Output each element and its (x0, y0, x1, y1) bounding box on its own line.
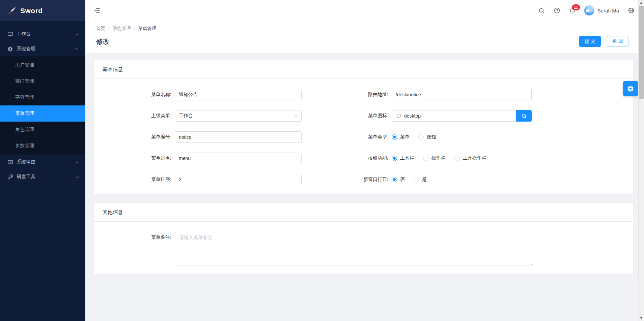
icon-search-button[interactable] (516, 110, 532, 122)
form-item-button-func: 按钮功能: 工具栏 操作栏 工具操作栏 (330, 153, 633, 164)
radio-icon (414, 177, 419, 182)
scroll-down-icon[interactable] (640, 317, 643, 319)
menu-remark-textarea[interactable] (175, 232, 533, 265)
sidebar-item-param-manage[interactable]: 参数管理 (0, 138, 85, 154)
menu-name-input[interactable] (175, 89, 302, 100)
sidebar-item-system-manage[interactable]: 系统管理 (0, 41, 85, 56)
notification-badge: 11 (572, 4, 580, 10)
route-path-input[interactable] (392, 89, 532, 100)
topbar: 11 Serati Ma (85, 0, 644, 21)
avatar (584, 5, 594, 15)
sidebar-item-label: 工作台 (17, 31, 76, 37)
bell-icon[interactable]: 11 (569, 7, 576, 14)
sidebar-item-workbench[interactable]: 工作台 (0, 27, 85, 41)
field-label: 按钮功能: (330, 155, 392, 161)
breadcrumb-separator: / (134, 26, 135, 31)
menu-icon-input[interactable] (392, 110, 516, 122)
gear-icon (627, 85, 634, 92)
field-label: 菜单编号: (94, 134, 175, 140)
submit-button[interactable]: 提 交 (579, 36, 601, 47)
submenu-item-label: 部门管理 (15, 78, 34, 84)
sidebar-item-dev-tools[interactable]: 研发工具 (0, 169, 85, 184)
user-name: Serati Ma (597, 8, 619, 13)
sidebar-item-label: 系统管理 (17, 46, 76, 52)
radio-new-window-yes[interactable]: 是 (414, 176, 427, 183)
radio-icon (392, 134, 397, 140)
desktop-icon (7, 31, 13, 37)
radio-menu-type-menu[interactable]: 菜单 (392, 134, 410, 140)
submenu-item-label: 用户管理 (15, 62, 34, 68)
scroll-up-icon[interactable] (640, 2, 643, 4)
field-label: 新窗口打开: (330, 176, 392, 183)
app-title: Sword (20, 7, 43, 15)
field-label: 菜单别名: (94, 155, 175, 161)
radio-icon (392, 156, 397, 161)
radio-new-window-no[interactable]: 否 (392, 176, 405, 183)
sidebar-item-dept-manage[interactable]: 部门管理 (0, 73, 85, 89)
form-item-route-path: 路由地址: (330, 89, 633, 100)
chevron-down-icon (76, 32, 79, 35)
globe-icon[interactable] (628, 7, 635, 14)
sidebar-submenu: 用户管理 部门管理 字典管理 菜单管理 角色管理 参数管理 (0, 56, 85, 155)
radio-label: 工具操作栏 (463, 155, 486, 161)
breadcrumb-separator: / (108, 26, 110, 31)
radio-button-func-rowbar[interactable]: 操作栏 (423, 155, 446, 161)
field-label: 菜单名称: (94, 92, 175, 98)
parent-menu-select[interactable] (175, 110, 302, 122)
form-item-menu-code: 菜单编号: (94, 131, 330, 143)
menu-fold-icon[interactable] (93, 7, 101, 14)
chart-icon (7, 159, 13, 165)
form-item-menu-sort: 菜单排序: (94, 174, 330, 185)
vertical-scrollbar (638, 0, 644, 321)
form-item-new-window: 新窗口打开: 否 是 (330, 174, 633, 185)
radio-icon (423, 156, 428, 161)
menu-alias-input[interactable] (175, 153, 302, 164)
menu-sort-input[interactable] (175, 174, 302, 185)
wrench-icon (7, 174, 13, 180)
radio-label: 工具栏 (400, 155, 414, 161)
breadcrumb-home[interactable]: 首页 (96, 26, 105, 32)
chevron-down-icon (76, 175, 79, 178)
user-menu[interactable]: Serati Ma (584, 5, 619, 15)
basic-info-title: 基本信息 (94, 60, 633, 79)
sidebar-item-system-monitor[interactable]: 系统监控 (0, 155, 85, 169)
theme-settings-button[interactable] (623, 81, 638, 96)
submenu-item-label: 字典管理 (15, 94, 34, 100)
other-info-card: 其他信息 菜单备注: (93, 203, 633, 275)
page-header: 首页 / 系统管理 / 菜单管理 修改 提 交 返 回 (85, 21, 644, 53)
menu-code-input[interactable] (175, 131, 302, 143)
form-item-menu-remark: 菜单备注: (94, 232, 633, 265)
search-icon[interactable] (538, 7, 545, 14)
breadcrumb-system-manage[interactable]: 系统管理 (113, 26, 131, 32)
radio-label: 按钮 (427, 134, 436, 140)
field-label: 菜单图标: (330, 113, 392, 119)
basic-info-card: 基本信息 菜单名称: 路由地址: 上级菜单: (93, 60, 633, 194)
scrollbar-thumb[interactable] (639, 6, 644, 99)
sidebar-item-menu-manage[interactable]: 菜单管理 (0, 105, 85, 122)
radio-icon (392, 177, 397, 182)
radio-button-func-toolbar[interactable]: 工具栏 (392, 155, 414, 161)
sidebar-item-dict-manage[interactable]: 字典管理 (0, 89, 85, 105)
radio-icon (418, 134, 424, 140)
sidebar-item-role-manage[interactable]: 角色管理 (0, 122, 85, 138)
radio-label: 菜单 (400, 134, 410, 140)
radio-label: 否 (400, 176, 405, 183)
page-title: 修改 (96, 37, 110, 46)
radio-label: 操作栏 (431, 155, 446, 161)
submenu-item-label: 角色管理 (15, 127, 34, 133)
back-button[interactable]: 返 回 (607, 36, 628, 47)
sword-icon (7, 6, 16, 15)
radio-button-func-both[interactable]: 工具操作栏 (454, 155, 486, 161)
radio-menu-type-button[interactable]: 按钮 (418, 134, 436, 140)
form-item-menu-type: 菜单类型: 菜单 按钮 (330, 131, 633, 143)
question-circle-icon[interactable] (554, 7, 560, 14)
sidebar-item-label: 研发工具 (17, 174, 76, 180)
sidebar-item-user-manage[interactable]: 用户管理 (0, 57, 85, 73)
form-item-menu-name: 菜单名称: (94, 89, 330, 100)
app-logo: Sword (0, 0, 85, 21)
search-icon (521, 113, 527, 119)
content: 基本信息 菜单名称: 路由地址: 上级菜单: (85, 53, 644, 275)
sidebar-menu: 工作台 系统管理 用户管理 部门管理 字典管理 菜单管理 (0, 21, 85, 184)
field-label: 菜单排序: (94, 176, 175, 183)
field-label: 菜单类型: (330, 134, 392, 140)
